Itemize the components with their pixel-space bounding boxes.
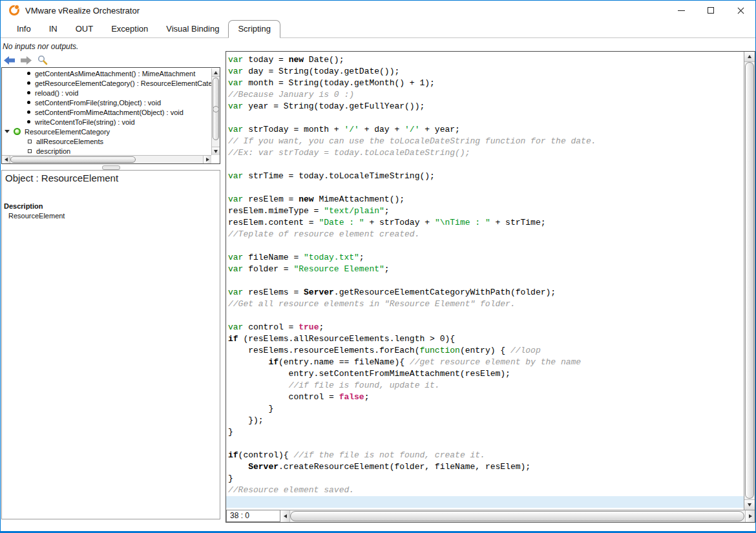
window-controls	[666, 1, 755, 20]
tab-in[interactable]: IN	[40, 21, 67, 37]
api-tree: getContentAsMimeAttachment() : MimeAttac…	[1, 67, 220, 164]
object-title: Object : ResourceElement	[5, 172, 118, 183]
code-line-32: });	[228, 415, 744, 426]
tree-horizontal-scrollbar[interactable]	[2, 155, 211, 163]
tree-item-label: description	[36, 147, 70, 155]
minimize-button[interactable]	[666, 1, 696, 20]
tab-info[interactable]: Info	[8, 21, 40, 37]
method-bullet-icon	[27, 91, 30, 94]
tree-item-attribute[interactable]: allResourceElements	[2, 136, 211, 146]
forward-arrow-icon[interactable]	[21, 56, 32, 65]
code-line-24: var control = true;	[228, 322, 744, 333]
arrow-right-icon	[206, 158, 209, 162]
editor-scroll-up-button[interactable]	[744, 52, 755, 62]
method-bullet-icon	[27, 101, 30, 104]
back-arrow-icon[interactable]	[4, 56, 15, 65]
tree-scroll-left-button[interactable]	[2, 156, 10, 163]
tree-item-label: writeContentToFile(string) : void	[35, 118, 135, 126]
arrow-left-icon	[284, 514, 287, 518]
tree-item-category[interactable]: ResourceElementCategory	[2, 127, 211, 136]
description-label: Description	[4, 202, 43, 210]
tree-item-attribute[interactable]: description	[2, 146, 211, 155]
tab-out[interactable]: OUT	[67, 21, 102, 37]
close-button[interactable]	[726, 1, 755, 20]
code-line-3: var month = String(today.getMonth() + 1)…	[228, 78, 744, 89]
window-title: VMware vRealize Orchestrator	[25, 6, 140, 16]
tab-exception[interactable]: Exception	[102, 21, 157, 37]
maximize-button[interactable]	[696, 1, 726, 20]
description-value: ResourceElement	[8, 212, 65, 220]
code-line-38: //Resource element saved.	[228, 485, 744, 496]
code-line-16: //Teplate of resource element created.	[228, 229, 744, 240]
tree-vertical-thumb[interactable]	[213, 78, 219, 140]
minimize-icon	[678, 10, 685, 11]
left-toolbar	[4, 54, 48, 66]
editor-scroll-left-button[interactable]	[280, 510, 290, 522]
arrow-down-icon	[748, 503, 751, 507]
tree-item-method[interactable]: getContentAsMimeAttachment() : MimeAttac…	[2, 68, 211, 78]
arrow-left-icon	[5, 158, 8, 162]
tree-item-method[interactable]: writeContentToFile(string) : void	[2, 117, 211, 127]
app-logo-icon	[9, 5, 19, 16]
tab-visual-binding[interactable]: Visual Binding	[157, 21, 228, 37]
editor-horizontal-scrollbar[interactable]	[280, 510, 755, 522]
code-line-31: }	[228, 403, 744, 415]
code-line-4: //Because January is 0 :)	[228, 89, 744, 101]
arrow-up-icon	[748, 55, 751, 58]
code-line-6	[228, 112, 744, 124]
editor-vertical-thumb[interactable]	[745, 62, 754, 499]
editor-vertical-scrollbar[interactable]	[744, 52, 755, 510]
code-line-35: if(control){ //if the file is not found,…	[228, 450, 744, 461]
tree-item-label: setContentFromFile(string,Object) : void	[35, 99, 161, 107]
code-line-20	[228, 275, 744, 287]
code-line-37: }	[228, 473, 744, 485]
editor-horizontal-thumb[interactable]	[290, 511, 744, 521]
code-line-39	[226, 496, 744, 508]
code-line-29: //if file is found, update it.	[228, 380, 744, 392]
code-line-19: var folder = "Resource Element";	[228, 264, 744, 275]
code-line-25: if (resElems.allResourceElements.length …	[228, 333, 744, 345]
code-line-7: var strToday = month + '/' + day + '/' +…	[228, 124, 744, 136]
expand-triangle-icon[interactable]	[5, 130, 10, 133]
code-line-26: resElems.resourceElements.forEach(functi…	[228, 345, 744, 357]
code-line-14: resElem.mimeType = "text/plain";	[228, 205, 744, 217]
editor-scroll-down-button[interactable]	[744, 499, 755, 510]
titlebar: VMware vRealize Orchestrator	[1, 1, 755, 20]
tab-scripting[interactable]: Scripting	[228, 20, 280, 38]
tree-item-method[interactable]: setContentFromMimeAttachment(Object) : v…	[2, 107, 211, 117]
close-icon	[737, 6, 745, 15]
tree-item-label: getResourceElementCategory() : ResourceE…	[35, 79, 211, 87]
script-editor: var today = new Date();var day = String(…	[226, 51, 755, 523]
code-line-11: var strTime = today.toLocaleTimeString()…	[228, 171, 744, 182]
category-circle-icon	[14, 128, 21, 135]
tree-item-label: setContentFromMimeAttachment(Object) : v…	[35, 109, 184, 116]
tree-scroll-up-button[interactable]	[212, 68, 220, 77]
tree-vertical-scrollbar[interactable]	[211, 68, 220, 155]
maximize-icon	[708, 7, 714, 14]
code-line-9: //Ex: var strToday = today.toLocaleDateS…	[228, 147, 744, 159]
logo-dot	[14, 5, 19, 10]
arrow-right-icon	[749, 514, 752, 518]
arrow-down-icon	[214, 150, 218, 153]
tree-item-label: reload() : void	[35, 89, 78, 97]
tree-scroll-right-button[interactable]	[203, 156, 211, 163]
api-tree-items: getContentAsMimeAttachment() : MimeAttac…	[2, 68, 211, 155]
code-area[interactable]: var today = new Date();var day = String(…	[226, 52, 744, 510]
code-line-17	[228, 240, 744, 252]
tree-item-method[interactable]: setContentFromFile(string,Object) : void	[2, 98, 211, 107]
method-bullet-icon	[27, 81, 30, 85]
tree-item-method[interactable]: reload() : void	[2, 88, 211, 98]
thumb-grip	[213, 106, 219, 112]
code-line-27: if(entry.name == fileName){ //get resour…	[228, 357, 744, 368]
io-message: No inputs nor outputs.	[3, 42, 78, 51]
search-icon[interactable]	[37, 55, 48, 65]
tree-item-method[interactable]: getResourceElementCategory() : ResourceE…	[2, 78, 211, 88]
editor-scroll-right-button[interactable]	[745, 510, 755, 522]
code-line-21: var resElems = Server.getResourceElement…	[228, 287, 744, 298]
tree-scroll-down-button[interactable]	[212, 147, 220, 155]
splitter-handle[interactable]	[1, 164, 221, 170]
object-panel: Object : ResourceElement Description Res…	[1, 170, 220, 519]
code-line-33: }	[228, 426, 744, 438]
app-window: VMware vRealize Orchestrator InfoINOUTEx…	[0, 0, 756, 533]
tree-horizontal-thumb[interactable]	[10, 156, 136, 163]
